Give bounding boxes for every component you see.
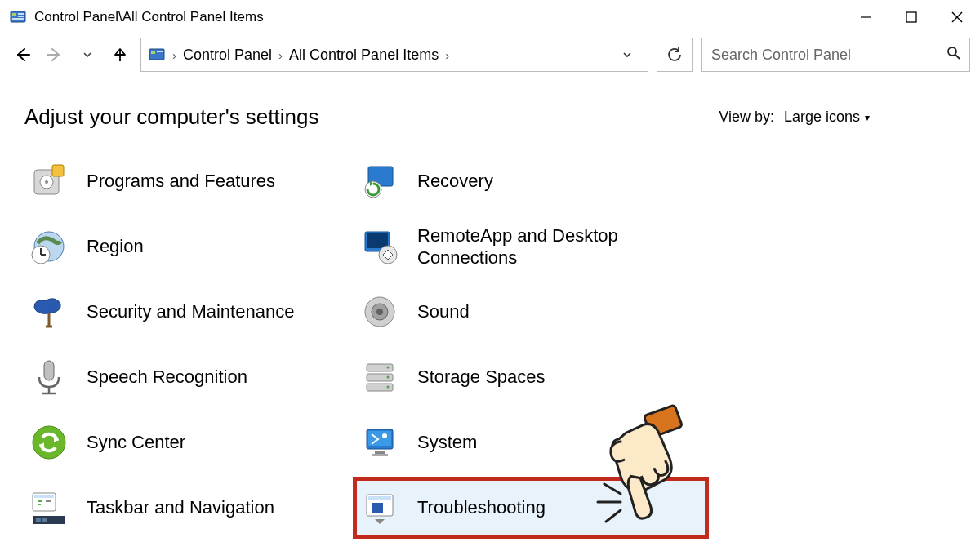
svg-line-16 — [956, 55, 960, 59]
cp-item-remoteapp[interactable]: RemoteApp and Desktop Connections — [355, 218, 706, 275]
svg-rect-53 — [42, 518, 47, 522]
svg-rect-20 — [52, 165, 64, 176]
svg-rect-2 — [18, 13, 24, 15]
cp-item-programs-features[interactable]: Programs and Features — [24, 153, 355, 210]
svg-rect-56 — [372, 503, 383, 513]
cp-item-troubleshooting[interactable]: Troubleshooting — [355, 479, 706, 536]
cp-item-label: System — [417, 432, 477, 453]
svg-rect-52 — [36, 518, 41, 522]
cp-item-sound[interactable]: Sound — [355, 283, 706, 340]
viewby-dropdown[interactable]: Large icons ▾ — [784, 109, 870, 126]
taskbar-navigation-icon — [29, 488, 69, 527]
programs-features-icon — [29, 162, 69, 201]
svg-point-42 — [387, 386, 390, 389]
cp-item-system[interactable]: System — [355, 414, 706, 471]
cp-item-label: Sync Center — [87, 432, 185, 453]
speech-recognition-icon — [29, 358, 69, 397]
cp-item-region[interactable]: Region — [24, 218, 355, 275]
svg-point-48 — [382, 433, 387, 438]
cp-item-label: Region — [87, 236, 144, 257]
control-panel-icon — [10, 9, 26, 25]
sync-center-icon — [29, 423, 69, 462]
viewby-value: Large icons — [784, 109, 860, 126]
cp-item-label: Programs and Features — [87, 171, 275, 192]
forward-button[interactable] — [42, 42, 67, 67]
chevron-right-icon[interactable]: › — [277, 48, 284, 62]
back-button[interactable] — [10, 42, 34, 67]
search-icon[interactable] — [947, 46, 961, 64]
remoteapp-icon — [360, 227, 399, 266]
svg-rect-4 — [12, 18, 24, 20]
cp-item-taskbar-navigation[interactable]: Taskbar and Navigation — [24, 479, 355, 536]
breadcrumb-current[interactable]: All Control Panel Items — [289, 47, 439, 64]
svg-point-41 — [387, 376, 390, 379]
cp-item-label: Recovery — [417, 171, 493, 192]
viewby-label: View by: — [719, 109, 774, 126]
search-input[interactable] — [710, 46, 947, 64]
cp-item-label: Speech Recognition — [87, 367, 247, 388]
sound-icon — [360, 292, 399, 331]
svg-rect-1 — [12, 13, 16, 16]
cp-item-label: Security and Maintenance — [87, 301, 294, 322]
system-icon — [360, 423, 399, 462]
window-title: Control Panel\All Control Panel Items — [34, 9, 264, 25]
troubleshooting-icon — [360, 488, 399, 527]
minimize-button[interactable] — [843, 0, 889, 34]
cp-item-label: Sound — [417, 301, 470, 322]
search-box[interactable] — [701, 38, 970, 72]
cp-item-security-maintenance[interactable]: Security and Maintenance — [24, 283, 355, 340]
cp-item-recovery[interactable]: Recovery — [355, 153, 706, 210]
svg-rect-50 — [34, 495, 54, 498]
svg-rect-34 — [44, 361, 54, 380]
cp-item-label: RemoteApp and Desktop Connections — [417, 224, 702, 269]
page-title: Adjust your computer's settings — [24, 104, 318, 130]
recent-locations-button[interactable] — [75, 42, 100, 67]
address-dropdown-button[interactable] — [612, 50, 641, 60]
close-button[interactable] — [934, 0, 980, 34]
cp-item-storage-spaces[interactable]: Storage Spaces — [355, 349, 706, 406]
svg-rect-3 — [18, 16, 24, 17]
security-maintenance-icon — [29, 292, 69, 331]
svg-rect-12 — [149, 49, 164, 60]
cp-item-sync-center[interactable]: Sync Center — [24, 414, 355, 471]
svg-rect-6 — [906, 12, 916, 22]
svg-rect-47 — [372, 454, 388, 456]
refresh-button[interactable] — [657, 38, 693, 72]
svg-point-19 — [45, 180, 48, 184]
cp-item-label: Taskbar and Navigation — [87, 497, 274, 518]
cp-item-label: Storage Spaces — [417, 367, 546, 388]
cp-item-speech-recognition[interactable]: Speech Recognition — [24, 349, 355, 406]
recovery-icon — [360, 162, 399, 201]
region-icon — [29, 227, 69, 266]
svg-rect-13 — [151, 51, 155, 54]
control-panel-icon — [148, 46, 166, 64]
svg-rect-55 — [368, 496, 391, 500]
breadcrumb-root[interactable]: Control Panel — [183, 47, 272, 64]
svg-point-15 — [948, 47, 956, 56]
svg-rect-14 — [157, 51, 163, 52]
cp-item-label: Troubleshooting — [417, 497, 546, 518]
svg-point-43 — [33, 426, 65, 459]
maximize-button[interactable] — [889, 0, 934, 34]
svg-rect-46 — [375, 451, 385, 454]
storage-spaces-icon — [360, 358, 399, 397]
address-bar[interactable]: › Control Panel › All Control Panel Item… — [140, 38, 648, 72]
chevron-right-icon[interactable]: › — [443, 48, 451, 62]
svg-point-40 — [387, 367, 390, 369]
svg-point-33 — [376, 309, 383, 315]
chevron-right-icon[interactable]: › — [171, 48, 178, 62]
chevron-down-icon: ▾ — [865, 112, 870, 123]
up-button[interactable] — [108, 42, 132, 67]
